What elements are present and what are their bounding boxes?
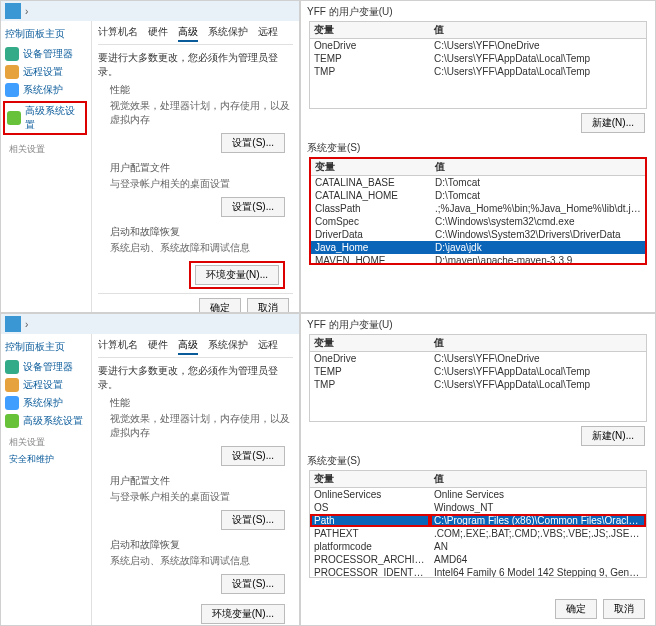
- user-vars-table-wrap: 变量值 OneDriveC:\Users\YFF\OneDriveTEMPC:\…: [309, 334, 647, 422]
- related-settings-header: 相关设置: [5, 139, 87, 160]
- breadcrumb-caret-icon: ›: [25, 319, 28, 330]
- table-row[interactable]: OneDriveC:\Users\YFF\OneDrive: [310, 39, 646, 53]
- tab-advanced[interactable]: 高级: [178, 25, 198, 42]
- tabbar: 计算机名 硬件 高级 系统保护 远程: [98, 338, 293, 358]
- profile-settings-button[interactable]: 设置(S)...: [221, 510, 285, 530]
- breadcrumb-caret-icon: ›: [25, 6, 28, 17]
- window-header: ›: [1, 314, 299, 334]
- startup-settings-button[interactable]: 设置(S)...: [221, 574, 285, 594]
- ok-button[interactable]: 确定: [555, 599, 597, 619]
- table-row[interactable]: CATALINA_BASED:\Tomcat: [311, 176, 645, 190]
- control-panel-sidebar: 控制面板主页 设备管理器 远程设置 系统保护 高级系统设置 相关设置 安全和维护: [1, 334, 91, 626]
- system-icon: [5, 3, 21, 19]
- table-row[interactable]: ClassPath.;%Java_Home%\bin;%Java_Home%\l…: [311, 202, 645, 215]
- cancel-button[interactable]: 取消: [247, 298, 289, 313]
- sidebar-item-remote[interactable]: 远程设置: [5, 378, 87, 392]
- device-icon: [5, 47, 19, 61]
- intro-text: 要进行大多数更改，您必须作为管理员登录。: [98, 51, 293, 79]
- table-row[interactable]: DriverDataC:\Windows\System32\Drivers\Dr…: [311, 228, 645, 241]
- table-row[interactable]: OSWindows_NT: [310, 501, 646, 514]
- system-properties-dialog: 计算机名 硬件 高级 系统保护 远程 要进行大多数更改，您必须作为管理员登录。 …: [91, 21, 299, 313]
- system-properties-dialog: 计算机名 硬件 高级 系统保护 远程 要进行大多数更改，您必须作为管理员登录。 …: [91, 334, 299, 626]
- table-row[interactable]: TMPC:\Users\YFF\AppData\Local\Temp: [310, 65, 646, 78]
- shield-icon: [5, 83, 19, 97]
- gear-icon: [7, 111, 21, 125]
- tab-hardware[interactable]: 硬件: [148, 25, 168, 42]
- perf-desc: 视觉效果，处理器计划，内存使用，以及虚拟内存: [110, 99, 293, 127]
- svg-rect-1: [5, 316, 21, 332]
- user-vars-table[interactable]: 变量值 OneDriveC:\Users\YFF\OneDriveTEMPC:\…: [310, 335, 646, 391]
- table-row[interactable]: Java_HomeD:\java\jdk: [311, 241, 645, 254]
- new-user-var-button[interactable]: 新建(N)...: [581, 426, 645, 446]
- profile-title: 用户配置文件: [110, 161, 293, 175]
- cancel-button[interactable]: 取消: [603, 599, 645, 619]
- device-icon: [5, 360, 19, 374]
- env-variables-dialog-top: YFF 的用户变量(U) 变量值 OneDriveC:\Users\YFF\On…: [300, 0, 656, 313]
- table-row[interactable]: PathC:\Program Files (x86)\Common Files\…: [310, 514, 646, 527]
- system-properties-panel-bottom: › 控制面板主页 设备管理器 远程设置 系统保护 高级系统设置 相关设置 安全和…: [0, 313, 300, 626]
- sidebar-item-protection[interactable]: 系统保护: [5, 396, 87, 410]
- profile-desc: 与登录帐户相关的桌面设置: [110, 177, 293, 191]
- shield-icon: [5, 396, 19, 410]
- table-row[interactable]: PATHEXT.COM;.EXE;.BAT;.CMD;.VBS;.VBE;.JS…: [310, 527, 646, 540]
- gear-icon: [5, 414, 19, 428]
- table-row[interactable]: OneDriveC:\Users\YFF\OneDrive: [310, 352, 646, 366]
- sidebar-item-device-manager[interactable]: 设备管理器: [5, 360, 87, 374]
- window-header: ›: [1, 1, 299, 21]
- table-header: 变量值: [310, 22, 646, 39]
- sys-vars-table-wrap: 变量值 OnlineServicesOnline ServicesOSWindo…: [309, 470, 647, 578]
- control-panel-sidebar: 控制面板主页 设备管理器 远程设置 系统保护 高级系统设置 相关设置: [1, 21, 91, 313]
- user-vars-title: YFF 的用户变量(U): [301, 1, 655, 21]
- sidebar-item-protection[interactable]: 系统保护: [5, 83, 87, 97]
- table-row[interactable]: PROCESSOR_IDENTIFIERIntel64 Family 6 Mod…: [310, 566, 646, 578]
- remote-icon: [5, 65, 19, 79]
- tab-protection[interactable]: 系统保护: [208, 338, 248, 355]
- sidebar-item-remote[interactable]: 远程设置: [5, 65, 87, 79]
- tab-computer-name[interactable]: 计算机名: [98, 25, 138, 42]
- sys-vars-title: 系统变量(S): [301, 137, 655, 157]
- env-variables-dialog-bottom: YFF 的用户变量(U) 变量值 OneDriveC:\Users\YFF\On…: [300, 313, 656, 626]
- profile-settings-button[interactable]: 设置(S)...: [221, 197, 285, 217]
- tabbar: 计算机名 硬件 高级 系统保护 远程: [98, 25, 293, 45]
- tab-remote[interactable]: 远程: [258, 338, 278, 355]
- tab-protection[interactable]: 系统保护: [208, 25, 248, 42]
- svg-rect-0: [5, 3, 21, 19]
- perf-title: 性能: [110, 83, 293, 97]
- tab-hardware[interactable]: 硬件: [148, 338, 168, 355]
- env-variables-button[interactable]: 环境变量(N)...: [201, 604, 285, 624]
- table-row[interactable]: TEMPC:\Users\YFF\AppData\Local\Temp: [310, 365, 646, 378]
- table-row[interactable]: PROCESSOR_ARCHITECT...AMD64: [310, 553, 646, 566]
- sys-vars-table-wrap: 变量值 CATALINA_BASED:\TomcatCATALINA_HOMED…: [309, 157, 647, 265]
- sidebar-item-advanced[interactable]: 高级系统设置: [5, 414, 87, 428]
- control-panel-home[interactable]: 控制面板主页: [5, 340, 87, 354]
- tab-computer-name[interactable]: 计算机名: [98, 338, 138, 355]
- env-variables-button[interactable]: 环境变量(N)...: [195, 265, 279, 285]
- sys-vars-table[interactable]: 变量值 CATALINA_BASED:\TomcatCATALINA_HOMED…: [311, 159, 645, 265]
- system-icon: [5, 316, 21, 332]
- tab-remote[interactable]: 远程: [258, 25, 278, 42]
- control-panel-home[interactable]: 控制面板主页: [5, 27, 87, 41]
- ok-button[interactable]: 确定: [199, 298, 241, 313]
- table-row[interactable]: ComSpecC:\Windows\system32\cmd.exe: [311, 215, 645, 228]
- user-vars-table-wrap: 变量值 OneDriveC:\Users\YFF\OneDriveTEMPC:\…: [309, 21, 647, 109]
- table-row[interactable]: platformcodeAN: [310, 540, 646, 553]
- perf-settings-button[interactable]: 设置(S)...: [221, 446, 285, 466]
- table-row[interactable]: OnlineServicesOnline Services: [310, 488, 646, 502]
- new-user-var-button[interactable]: 新建(N)...: [581, 113, 645, 133]
- perf-settings-button[interactable]: 设置(S)...: [221, 133, 285, 153]
- sidebar-item-device-manager[interactable]: 设备管理器: [5, 47, 87, 61]
- related-settings-header: 相关设置: [5, 432, 87, 453]
- table-row[interactable]: CATALINA_HOMED:\Tomcat: [311, 189, 645, 202]
- table-row[interactable]: TEMPC:\Users\YFF\AppData\Local\Temp: [310, 52, 646, 65]
- sys-vars-title: 系统变量(S): [301, 450, 655, 470]
- startup-title: 启动和故障恢复: [110, 225, 293, 239]
- tab-advanced[interactable]: 高级: [178, 338, 198, 355]
- sidebar-item-advanced[interactable]: 高级系统设置: [3, 101, 87, 135]
- security-link[interactable]: 安全和维护: [5, 453, 87, 466]
- table-row[interactable]: TMPC:\Users\YFF\AppData\Local\Temp: [310, 378, 646, 391]
- table-row[interactable]: MAVEN_HOMED:\maven\apache-maven-3.3.9: [311, 254, 645, 265]
- startup-desc: 系统启动、系统故障和调试信息: [110, 241, 293, 255]
- remote-icon: [5, 378, 19, 392]
- sys-vars-table[interactable]: 变量值 OnlineServicesOnline ServicesOSWindo…: [310, 471, 646, 578]
- user-vars-table[interactable]: 变量值 OneDriveC:\Users\YFF\OneDriveTEMPC:\…: [310, 22, 646, 78]
